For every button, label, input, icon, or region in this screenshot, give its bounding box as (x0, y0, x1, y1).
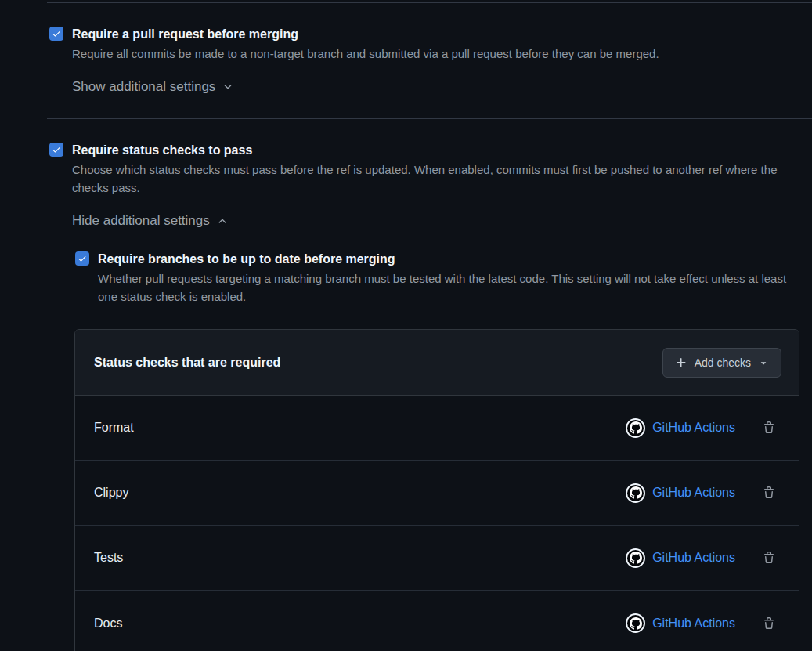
show-additional-settings-toggle[interactable]: Show additional settings (72, 79, 233, 95)
github-logo-icon (626, 483, 645, 503)
rule-title: Require branches to be up to date before… (98, 250, 812, 269)
panel-title: Status checks that are required (94, 356, 280, 370)
status-check-name: Clippy (94, 486, 128, 500)
status-check-row: Tests GitHub Actions (75, 526, 799, 591)
trash-icon (763, 421, 775, 434)
dropdown-caret-icon (758, 357, 769, 368)
branch-rules-settings: Require a pull request before merging Re… (47, 2, 812, 651)
rule-title: Require status checks to pass (72, 141, 812, 160)
status-check-name: Docs (94, 617, 122, 631)
require-pull-request-checkbox[interactable] (49, 27, 63, 41)
status-check-name: Format (94, 421, 134, 435)
chevron-up-icon (217, 215, 228, 226)
status-check-row: Format GitHub Actions (75, 396, 799, 461)
status-check-name: Tests (94, 551, 123, 565)
sub-setting-up-to-date: Require branches to be up to date before… (72, 250, 812, 306)
status-check-row: Docs GitHub Actions (75, 591, 799, 651)
status-check-source-link[interactable]: GitHub Actions (652, 421, 735, 435)
remove-check-button[interactable] (763, 486, 775, 499)
status-check-source-link[interactable]: GitHub Actions (652, 617, 735, 631)
trash-icon (763, 552, 775, 564)
status-checks-panel: Status checks that are required Add chec… (74, 329, 799, 651)
octocat-icon (630, 486, 642, 499)
trash-icon (763, 617, 775, 630)
require-status-checks-checkbox[interactable] (49, 143, 63, 157)
rule-description: Require all commits be made to a non-tar… (72, 45, 812, 63)
toggle-label: Hide additional settings (72, 213, 210, 229)
octocat-icon (630, 421, 642, 434)
chevron-down-icon (222, 81, 233, 92)
add-checks-button[interactable]: Add checks (662, 348, 781, 378)
plus-icon (675, 356, 687, 369)
require-up-to-date-checkbox[interactable] (75, 251, 89, 266)
checkmark-icon (52, 145, 61, 154)
status-check-source-link[interactable]: GitHub Actions (652, 486, 735, 500)
remove-check-button[interactable] (763, 552, 775, 564)
rule-description: Choose which status checks must pass bef… (72, 161, 808, 197)
status-check-source-link[interactable]: GitHub Actions (652, 551, 735, 565)
github-logo-icon (626, 418, 645, 438)
octocat-icon (630, 552, 642, 564)
toggle-label: Show additional settings (72, 79, 215, 95)
rule-section-pull-request: Require a pull request before merging Re… (47, 3, 812, 118)
add-checks-label: Add checks (695, 356, 751, 369)
rule-title: Require a pull request before merging (72, 25, 812, 44)
octocat-icon (630, 617, 642, 630)
rule-section-status-checks: Require status checks to pass Choose whi… (47, 119, 812, 651)
status-check-row: Clippy GitHub Actions (75, 461, 799, 526)
remove-check-button[interactable] (763, 421, 775, 434)
checkmark-icon (52, 29, 61, 38)
checkmark-icon (78, 254, 87, 263)
trash-icon (763, 486, 775, 499)
remove-check-button[interactable] (763, 617, 775, 630)
github-logo-icon (626, 613, 645, 633)
github-logo-icon (626, 548, 645, 568)
rule-description: Whether pull requests targeting a matchi… (98, 269, 791, 306)
hide-additional-settings-toggle[interactable]: Hide additional settings (72, 213, 228, 229)
status-checks-panel-header: Status checks that are required Add chec… (75, 330, 799, 396)
